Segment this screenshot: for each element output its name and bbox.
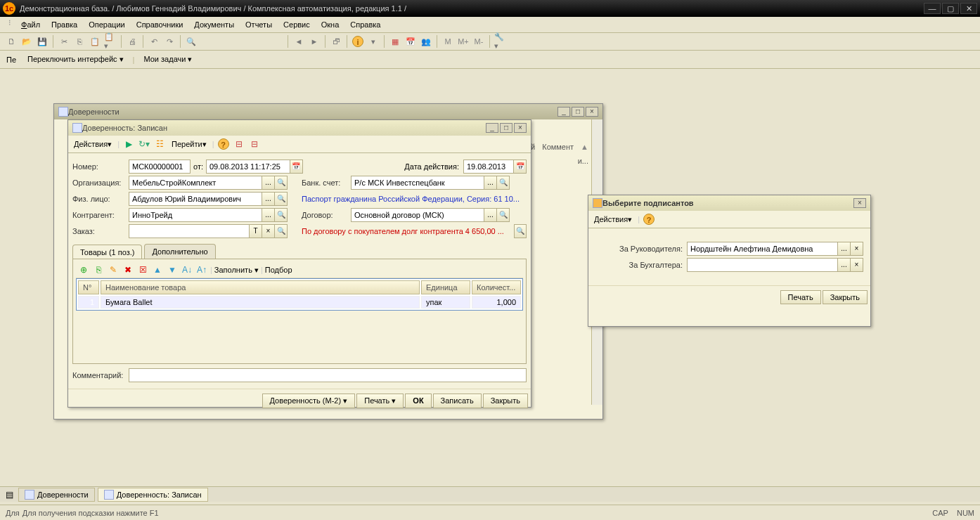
- window-b-close[interactable]: ×: [514, 123, 527, 133]
- clear-icon[interactable]: ×: [851, 258, 863, 272]
- paste-icon[interactable]: 📋: [88, 34, 102, 48]
- help-drop-icon[interactable]: ▾: [366, 34, 380, 48]
- print-button[interactable]: Печать: [780, 290, 821, 304]
- window-b-minimize[interactable]: _: [486, 123, 498, 133]
- move-down-icon[interactable]: ▼: [166, 264, 179, 276]
- menu-documents[interactable]: Документы: [188, 18, 240, 31]
- list-icon[interactable]: ⊟: [248, 138, 261, 150]
- arrow-right-icon[interactable]: ►: [307, 34, 321, 48]
- calendar-icon[interactable]: 📅: [290, 160, 303, 174]
- clipboard-icon[interactable]: 📋▾: [103, 34, 117, 48]
- tab-additional[interactable]: Дополнительно: [144, 244, 215, 259]
- help-icon[interactable]: ?: [643, 213, 655, 226]
- close-button[interactable]: ✕: [960, 3, 977, 14]
- switch-interface-button[interactable]: Переключить интерфейс ▾: [21, 52, 130, 67]
- copy-icon[interactable]: ⎘: [72, 34, 86, 48]
- sort-icon[interactable]: ▲: [581, 143, 588, 151]
- col-qty[interactable]: Количест...: [472, 280, 521, 294]
- my-tasks-button[interactable]: Мои задачи ▾: [137, 52, 198, 67]
- menu-edit[interactable]: Правка: [46, 18, 83, 31]
- arrow-left-icon[interactable]: ◄: [292, 34, 306, 48]
- calc-icon[interactable]: ▦: [388, 34, 402, 48]
- open-icon[interactable]: 🔍: [275, 224, 288, 238]
- select-icon[interactable]: ...: [484, 176, 497, 190]
- close-button[interactable]: Закрыть: [483, 394, 528, 408]
- select-icon[interactable]: ...: [262, 208, 275, 222]
- goods-grid[interactable]: N° Наименование товара Единица Количест.…: [76, 278, 523, 311]
- help-icon[interactable]: ?: [217, 138, 230, 150]
- window-a-maximize[interactable]: □: [572, 107, 584, 117]
- calendar-icon[interactable]: 📅: [514, 160, 527, 174]
- window-c-close[interactable]: ×: [853, 198, 866, 208]
- col-unit[interactable]: Единица: [421, 280, 470, 294]
- taskbar-menu-icon[interactable]: ▤: [3, 488, 15, 501]
- bank-input[interactable]: [351, 176, 484, 190]
- save-icon[interactable]: 💾: [35, 34, 49, 48]
- type-icon[interactable]: T: [250, 224, 262, 238]
- menu-operations[interactable]: Операции: [83, 18, 130, 31]
- refresh-icon[interactable]: ↻▾: [138, 138, 150, 150]
- open-debt-icon[interactable]: 🔍: [514, 224, 527, 238]
- manager-input[interactable]: [687, 242, 838, 256]
- m2-button[interactable]: Доверенность (М-2) ▾: [262, 394, 356, 408]
- redo-icon[interactable]: ↷: [162, 34, 176, 48]
- select-icon[interactable]: ...: [262, 192, 275, 206]
- window-a-minimize[interactable]: _: [557, 107, 570, 117]
- date-input[interactable]: [206, 160, 290, 174]
- memory-mminus-icon[interactable]: M-: [472, 34, 486, 48]
- menu-directories[interactable]: Справочники: [131, 18, 189, 31]
- delete-all-icon[interactable]: ☒: [136, 264, 149, 276]
- find-icon[interactable]: 🔍: [184, 34, 198, 48]
- task-doverennost[interactable]: Доверенность: Записан: [98, 488, 208, 502]
- menu-file[interactable]: Файл: [15, 18, 46, 31]
- contractor-input[interactable]: [129, 208, 262, 222]
- actdate-input[interactable]: [463, 160, 514, 174]
- new-icon[interactable]: 🗋: [4, 34, 18, 48]
- col-name[interactable]: Наименование товара: [101, 280, 420, 294]
- memory-m-icon[interactable]: M: [441, 34, 455, 48]
- pick-button[interactable]: Подбор: [265, 266, 292, 274]
- passport-link[interactable]: Паспорт гражданина Российской Федерации,…: [302, 195, 527, 203]
- actions-menu[interactable]: Действия ▾: [71, 138, 115, 150]
- order-input[interactable]: [129, 224, 250, 238]
- help-icon[interactable]: i: [351, 34, 365, 48]
- clear-icon[interactable]: ×: [851, 242, 863, 256]
- person-input[interactable]: [129, 192, 262, 206]
- window-b-maximize[interactable]: □: [500, 123, 512, 133]
- open-icon[interactable]: 🔍: [275, 192, 288, 206]
- accountant-input[interactable]: [687, 258, 838, 272]
- menu-help[interactable]: Справка: [344, 18, 386, 31]
- task-doverennosti[interactable]: Доверенности: [18, 488, 95, 502]
- col-n[interactable]: N°: [78, 280, 99, 294]
- edit-row-icon[interactable]: ✎: [107, 264, 120, 276]
- users-icon[interactable]: 👥: [419, 34, 433, 48]
- post-icon[interactable]: ▶: [122, 138, 135, 150]
- minimize-button[interactable]: —: [924, 3, 941, 14]
- contract-input[interactable]: [351, 208, 484, 222]
- window-a-titlebar[interactable]: Доверенности _ □ ×: [54, 104, 602, 119]
- clear-icon[interactable]: ×: [262, 224, 275, 238]
- window-c-titlebar[interactable]: Выберите подписантов ×: [588, 195, 870, 211]
- tools-icon[interactable]: 🔧▾: [494, 34, 508, 48]
- tab-goods[interactable]: Товары (1 поз.): [72, 245, 142, 259]
- windows-icon[interactable]: 🗗: [329, 34, 343, 48]
- select-icon[interactable]: ...: [484, 208, 497, 222]
- select-icon[interactable]: ...: [838, 242, 851, 256]
- maximize-button[interactable]: ▢: [942, 3, 959, 14]
- table-row[interactable]: 1 Бумага Ballet упак 1,000: [78, 296, 521, 308]
- window-a-close[interactable]: ×: [586, 107, 598, 117]
- window-b-titlebar[interactable]: Доверенность: Записан _ □ ×: [68, 120, 531, 136]
- add-row-icon[interactable]: ⊕: [77, 264, 90, 276]
- select-icon[interactable]: ...: [262, 176, 275, 190]
- ok-button[interactable]: ОК: [405, 394, 431, 408]
- comment-input[interactable]: [129, 368, 527, 382]
- calendar-icon[interactable]: 📅: [404, 34, 418, 48]
- save-button[interactable]: Записать: [433, 394, 482, 408]
- number-input[interactable]: [129, 160, 191, 174]
- move-up-icon[interactable]: ▲: [151, 264, 164, 276]
- fill-menu[interactable]: Заполнить ▾: [214, 266, 259, 275]
- tree-icon[interactable]: ⊟: [233, 138, 245, 150]
- menu-windows[interactable]: Окна: [316, 18, 345, 31]
- select-icon[interactable]: ...: [838, 258, 851, 272]
- goto-menu[interactable]: Перейти ▾: [169, 138, 209, 150]
